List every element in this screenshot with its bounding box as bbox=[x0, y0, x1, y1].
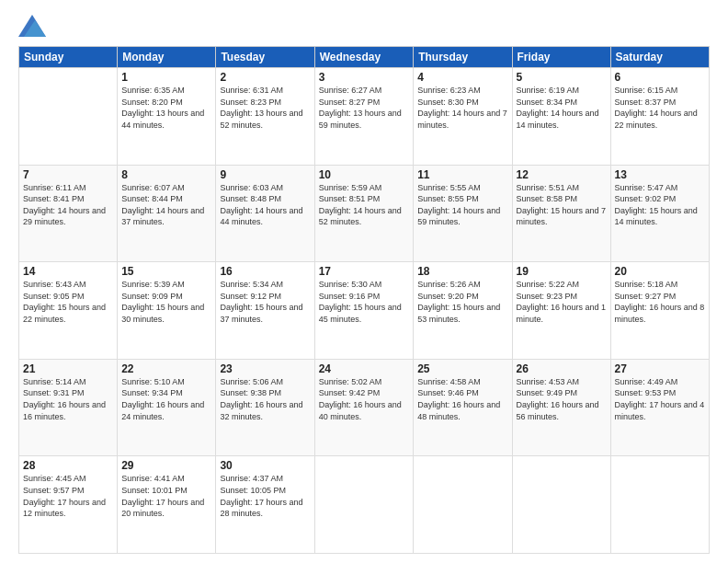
day-number: 29 bbox=[121, 459, 211, 472]
calendar-day-cell: 9Sunrise: 6:03 AMSunset: 8:48 PMDaylight… bbox=[216, 165, 314, 262]
day-info: Sunrise: 5:10 AMSunset: 9:34 PMDaylight:… bbox=[121, 376, 211, 422]
day-info: Sunrise: 4:53 AMSunset: 9:49 PMDaylight:… bbox=[517, 376, 607, 422]
day-number: 17 bbox=[319, 265, 410, 278]
day-number: 28 bbox=[23, 459, 113, 472]
day-number: 3 bbox=[319, 71, 410, 84]
calendar-day-header: Friday bbox=[512, 47, 610, 68]
day-number: 6 bbox=[615, 71, 705, 84]
day-info: Sunrise: 4:49 AMSunset: 9:53 PMDaylight:… bbox=[615, 376, 705, 422]
day-info: Sunrise: 5:14 AMSunset: 9:31 PMDaylight:… bbox=[23, 376, 113, 422]
day-number: 25 bbox=[417, 362, 507, 375]
calendar-day-cell: 27Sunrise: 4:49 AMSunset: 9:53 PMDayligh… bbox=[610, 359, 709, 456]
day-info: Sunrise: 5:34 AMSunset: 9:12 PMDaylight:… bbox=[220, 279, 310, 325]
day-info: Sunrise: 4:58 AMSunset: 9:46 PMDaylight:… bbox=[417, 376, 507, 422]
calendar-day-header: Tuesday bbox=[216, 47, 314, 68]
calendar-day-cell: 24Sunrise: 5:02 AMSunset: 9:42 PMDayligh… bbox=[314, 359, 414, 456]
day-number: 23 bbox=[220, 362, 310, 375]
header bbox=[18, 15, 710, 37]
day-number: 19 bbox=[517, 265, 607, 278]
logo-icon bbox=[18, 15, 46, 37]
day-number: 15 bbox=[121, 265, 211, 278]
day-number: 2 bbox=[220, 71, 310, 84]
day-info: Sunrise: 4:41 AMSunset: 10:01 PMDaylight… bbox=[121, 473, 211, 519]
day-number: 5 bbox=[517, 71, 607, 84]
day-number: 21 bbox=[23, 362, 113, 375]
day-info: Sunrise: 5:22 AMSunset: 9:23 PMDaylight:… bbox=[517, 279, 607, 325]
day-number: 26 bbox=[517, 362, 607, 375]
day-number: 30 bbox=[220, 459, 310, 472]
calendar-day-cell: 14Sunrise: 5:43 AMSunset: 9:05 PMDayligh… bbox=[19, 262, 118, 360]
day-number: 7 bbox=[23, 168, 113, 181]
calendar-day-cell: 28Sunrise: 4:45 AMSunset: 9:57 PMDayligh… bbox=[19, 456, 118, 554]
logo bbox=[18, 15, 50, 37]
calendar-day-cell: 7Sunrise: 6:11 AMSunset: 8:41 PMDaylight… bbox=[19, 165, 118, 262]
page: SundayMondayTuesdayWednesdayThursdayFrid… bbox=[0, 0, 728, 563]
calendar-day-cell: 13Sunrise: 5:47 AMSunset: 9:02 PMDayligh… bbox=[610, 165, 709, 262]
day-info: Sunrise: 5:18 AMSunset: 9:27 PMDaylight:… bbox=[615, 279, 705, 325]
day-info: Sunrise: 6:19 AMSunset: 8:34 PMDaylight:… bbox=[517, 85, 607, 131]
day-number: 20 bbox=[615, 265, 705, 278]
calendar-day-cell bbox=[19, 68, 118, 166]
day-info: Sunrise: 5:47 AMSunset: 9:02 PMDaylight:… bbox=[615, 182, 705, 228]
day-number: 12 bbox=[517, 168, 607, 181]
day-number: 8 bbox=[121, 168, 211, 181]
calendar-day-header: Monday bbox=[118, 47, 216, 68]
calendar-day-cell: 3Sunrise: 6:27 AMSunset: 8:27 PMDaylight… bbox=[314, 68, 414, 166]
calendar-day-cell: 11Sunrise: 5:55 AMSunset: 8:55 PMDayligh… bbox=[414, 165, 512, 262]
calendar-day-cell: 18Sunrise: 5:26 AMSunset: 9:20 PMDayligh… bbox=[414, 262, 512, 360]
calendar-day-cell: 16Sunrise: 5:34 AMSunset: 9:12 PMDayligh… bbox=[216, 262, 314, 360]
calendar-day-header: Saturday bbox=[610, 47, 709, 68]
calendar-day-cell: 12Sunrise: 5:51 AMSunset: 8:58 PMDayligh… bbox=[512, 165, 610, 262]
calendar-day-cell: 19Sunrise: 5:22 AMSunset: 9:23 PMDayligh… bbox=[512, 262, 610, 360]
day-info: Sunrise: 5:55 AMSunset: 8:55 PMDaylight:… bbox=[417, 182, 507, 228]
day-info: Sunrise: 5:30 AMSunset: 9:16 PMDaylight:… bbox=[319, 279, 410, 325]
calendar-week-row: 14Sunrise: 5:43 AMSunset: 9:05 PMDayligh… bbox=[19, 262, 710, 360]
calendar-week-row: 21Sunrise: 5:14 AMSunset: 9:31 PMDayligh… bbox=[19, 359, 710, 456]
day-info: Sunrise: 6:03 AMSunset: 8:48 PMDaylight:… bbox=[220, 182, 310, 228]
calendar-day-cell: 22Sunrise: 5:10 AMSunset: 9:34 PMDayligh… bbox=[118, 359, 216, 456]
day-number: 13 bbox=[615, 168, 705, 181]
day-info: Sunrise: 5:51 AMSunset: 8:58 PMDaylight:… bbox=[517, 182, 607, 228]
calendar-day-cell: 17Sunrise: 5:30 AMSunset: 9:16 PMDayligh… bbox=[314, 262, 414, 360]
calendar-week-row: 7Sunrise: 6:11 AMSunset: 8:41 PMDaylight… bbox=[19, 165, 710, 262]
day-info: Sunrise: 5:43 AMSunset: 9:05 PMDaylight:… bbox=[23, 279, 113, 325]
calendar-day-header: Thursday bbox=[414, 47, 512, 68]
day-number: 27 bbox=[615, 362, 705, 375]
calendar-day-cell bbox=[414, 456, 512, 554]
calendar-day-cell: 6Sunrise: 6:15 AMSunset: 8:37 PMDaylight… bbox=[610, 68, 709, 166]
day-info: Sunrise: 5:39 AMSunset: 9:09 PMDaylight:… bbox=[121, 279, 211, 325]
day-number: 9 bbox=[220, 168, 310, 181]
day-info: Sunrise: 6:11 AMSunset: 8:41 PMDaylight:… bbox=[23, 182, 113, 228]
day-number: 1 bbox=[121, 71, 211, 84]
day-number: 16 bbox=[220, 265, 310, 278]
calendar-day-cell bbox=[610, 456, 709, 554]
day-info: Sunrise: 4:45 AMSunset: 9:57 PMDaylight:… bbox=[23, 473, 113, 519]
day-number: 22 bbox=[121, 362, 211, 375]
calendar-day-cell: 8Sunrise: 6:07 AMSunset: 8:44 PMDaylight… bbox=[118, 165, 216, 262]
calendar-day-cell: 20Sunrise: 5:18 AMSunset: 9:27 PMDayligh… bbox=[610, 262, 709, 360]
calendar-header-row: SundayMondayTuesdayWednesdayThursdayFrid… bbox=[19, 47, 710, 68]
day-info: Sunrise: 4:37 AMSunset: 10:05 PMDaylight… bbox=[220, 473, 310, 519]
day-number: 18 bbox=[417, 265, 507, 278]
day-info: Sunrise: 6:15 AMSunset: 8:37 PMDaylight:… bbox=[615, 85, 705, 131]
day-info: Sunrise: 5:06 AMSunset: 9:38 PMDaylight:… bbox=[220, 376, 310, 422]
day-info: Sunrise: 6:27 AMSunset: 8:27 PMDaylight:… bbox=[319, 85, 410, 131]
calendar-day-cell: 10Sunrise: 5:59 AMSunset: 8:51 PMDayligh… bbox=[314, 165, 414, 262]
calendar-week-row: 1Sunrise: 6:35 AMSunset: 8:20 PMDaylight… bbox=[19, 68, 710, 166]
calendar-day-cell: 30Sunrise: 4:37 AMSunset: 10:05 PMDaylig… bbox=[216, 456, 314, 554]
day-number: 14 bbox=[23, 265, 113, 278]
calendar-day-header: Wednesday bbox=[314, 47, 414, 68]
day-info: Sunrise: 6:23 AMSunset: 8:30 PMDaylight:… bbox=[417, 85, 507, 131]
calendar-table: SundayMondayTuesdayWednesdayThursdayFrid… bbox=[18, 46, 710, 554]
calendar-day-cell: 21Sunrise: 5:14 AMSunset: 9:31 PMDayligh… bbox=[19, 359, 118, 456]
day-info: Sunrise: 6:31 AMSunset: 8:23 PMDaylight:… bbox=[220, 85, 310, 131]
calendar-day-cell: 2Sunrise: 6:31 AMSunset: 8:23 PMDaylight… bbox=[216, 68, 314, 166]
day-number: 10 bbox=[319, 168, 410, 181]
day-info: Sunrise: 5:02 AMSunset: 9:42 PMDaylight:… bbox=[319, 376, 410, 422]
calendar-day-cell: 29Sunrise: 4:41 AMSunset: 10:01 PMDaylig… bbox=[118, 456, 216, 554]
calendar-day-cell: 25Sunrise: 4:58 AMSunset: 9:46 PMDayligh… bbox=[414, 359, 512, 456]
calendar-day-cell bbox=[512, 456, 610, 554]
day-info: Sunrise: 5:59 AMSunset: 8:51 PMDaylight:… bbox=[319, 182, 410, 228]
day-info: Sunrise: 6:35 AMSunset: 8:20 PMDaylight:… bbox=[121, 85, 211, 131]
day-number: 4 bbox=[417, 71, 507, 84]
